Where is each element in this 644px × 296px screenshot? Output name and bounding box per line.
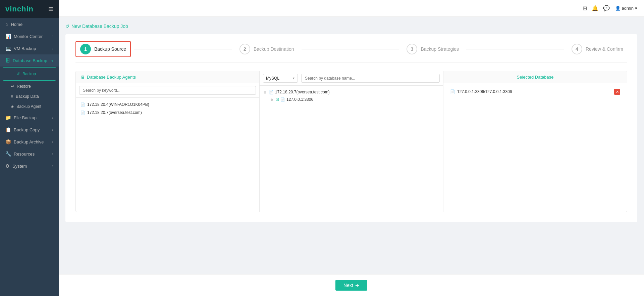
chevron-right-icon: › [52, 164, 53, 168]
system-icon: ⚙ [5, 163, 10, 169]
step-label-2: Backup Destination [254, 46, 294, 52]
sidebar-sub-item-backup[interactable]: ↺ Backup [6, 69, 53, 79]
sidebar: vinchin ☰ ⌂ Home 📊 Monitor Center › 💻 VM… [0, 0, 59, 296]
step-divider-1 [134, 49, 232, 49]
agent-label: 172.18.20.7(oversea.test.com) [87, 110, 142, 115]
db-type-wrapper: MySQL PostgreSQL Oracle MSSQL [263, 74, 298, 83]
sidebar-item-database-backup[interactable]: 🗄 Database Backup ∨ [0, 54, 59, 67]
user-icon: 👤 [615, 6, 621, 11]
topbar-user[interactable]: 👤 admin ▾ [615, 6, 637, 11]
sidebar-item-system[interactable]: ⚙ System › [0, 160, 59, 172]
sidebar-item-backup-archive[interactable]: 📦 Backup Archive › [0, 136, 59, 148]
wizard-step-1[interactable]: 1 Backup Source [75, 41, 131, 57]
home-icon: ⌂ [5, 22, 8, 27]
backup-agent-icon: ◈ [11, 104, 14, 109]
list-item[interactable]: 📄 172.18.20.4(WIN-AOR1O1K04PB) [79, 100, 256, 109]
breadcrumb-icon: ↺ [65, 24, 69, 29]
backup-data-icon: ≡ [11, 94, 13, 99]
sidebar-sub-label: Restore [17, 84, 31, 89]
sidebar-item-file-backup[interactable]: 📁 File Backup › [0, 112, 59, 124]
wizard-step-4[interactable]: 4 Review & Confirm [568, 42, 627, 56]
sidebar-item-label: System [12, 164, 27, 169]
database-column: MySQL PostgreSQL Oracle MSSQL ⊟ 📄 [260, 71, 443, 212]
main-content: ⊞ 🔔 💬 👤 admin ▾ ↺ New Database Backup Jo… [59, 0, 644, 296]
next-button[interactable]: Next ➜ [335, 280, 367, 291]
selected-db-label: 127.0.0.1:3306/127.0.0.1:3306 [457, 89, 512, 94]
selected-db-list: 📄 127.0.0.1:3306/127.0.0.1:3306 ✕ [443, 83, 627, 212]
vm-icon: 💻 [5, 46, 11, 51]
sidebar-item-label: File Backup [14, 115, 37, 120]
sidebar-sub-item-backup-data[interactable]: ≡ Backup Data [0, 91, 59, 101]
chat-icon[interactable]: 💬 [603, 5, 610, 11]
db-type-select[interactable]: MySQL PostgreSQL Oracle MSSQL [263, 74, 298, 83]
restore-icon: ↩ [11, 84, 14, 89]
sidebar-sub-label: Backup Agent [16, 104, 41, 109]
db-file-icon: 📄 [450, 89, 455, 94]
chevron-right-icon: › [52, 152, 53, 156]
next-label: Next [343, 283, 353, 288]
grid-icon[interactable]: ⊞ [583, 5, 587, 11]
logo-bar: vinchin ☰ [0, 0, 59, 18]
database-icon: 🗄 [5, 58, 10, 63]
chevron-right-icon: › [52, 47, 53, 50]
agents-search-input[interactable] [79, 86, 256, 95]
backup-icon: ↺ [16, 72, 20, 76]
backup-sub-active-box: ↺ Backup [3, 67, 56, 81]
sidebar-item-resources[interactable]: 🔧 Resources › [0, 148, 59, 160]
agents-list: 📄 172.18.20.4(WIN-AOR1O1K04PB) 📄 172.18.… [76, 98, 259, 212]
chevron-right-icon: › [52, 35, 53, 38]
selected-db-item: 📄 127.0.0.1:3306/127.0.0.1:3306 ✕ [447, 86, 624, 97]
wizard-steps: 1 Backup Source 2 Backup Destination [75, 41, 627, 63]
tree-item[interactable]: ⊕ ☑ 📄 127.0.0.1:3306 [270, 96, 440, 103]
agents-column-header: 🖥 Database Backup Agents [76, 71, 259, 83]
sidebar-item-monitor-center[interactable]: 📊 Monitor Center › [0, 30, 59, 42]
backup-archive-icon: 📦 [5, 139, 11, 144]
wizard-step-2[interactable]: 2 Backup Destination [235, 42, 298, 56]
topbar-icons: ⊞ 🔔 💬 [583, 5, 610, 11]
selected-db-title: Selected Database [517, 75, 554, 80]
db-tree: ⊟ 📄 172.18.20.7(oversea.test.com) ⊕ ☑ 📄 … [260, 86, 443, 212]
step-divider-2 [302, 49, 399, 49]
sidebar-sub-item-restore[interactable]: ↩ Restore [0, 81, 59, 91]
agent-file-icon: 📄 [80, 102, 85, 107]
sidebar-item-label: Monitor Center [14, 34, 43, 39]
hamburger-icon[interactable]: ☰ [48, 6, 53, 12]
bell-icon[interactable]: 🔔 [592, 5, 598, 11]
agents-search-bar [76, 83, 259, 98]
agents-header-icon: 🖥 [80, 75, 85, 80]
tree-child: ⊕ ☑ 📄 127.0.0.1:3306 [263, 96, 440, 103]
list-item[interactable]: 📄 172.18.20.7(oversea.test.com) [79, 109, 256, 117]
wizard-step-3[interactable]: 3 Backup Strategies [402, 42, 463, 56]
agent-label: 172.18.20.4(WIN-AOR1O1K04PB) [87, 102, 149, 107]
selected-column: Selected Database 📄 127.0.0.1:3306/127.0… [443, 71, 627, 212]
sidebar-item-label: Home [11, 22, 22, 27]
sidebar-sub-label: Backup [22, 72, 36, 76]
footer: Next ➜ [59, 274, 644, 296]
db-selector-header: MySQL PostgreSQL Oracle MSSQL [260, 71, 443, 86]
topbar: ⊞ 🔔 💬 👤 admin ▾ [59, 0, 644, 17]
file-backup-icon: 📁 [5, 115, 11, 120]
sidebar-item-label: Resources [14, 152, 35, 157]
chevron-down-icon: ▾ [635, 6, 637, 11]
tree-item[interactable]: ⊟ 📄 172.18.20.7(oversea.test.com) [263, 88, 440, 96]
breadcrumb: ↺ New Database Backup Job [65, 24, 637, 29]
step-label-1: Backup Source [94, 46, 126, 52]
step-circle-2: 2 [239, 44, 250, 54]
selected-db-header: Selected Database [443, 71, 627, 83]
db-search-input[interactable] [301, 74, 440, 83]
chevron-right-icon: › [52, 116, 53, 120]
step-circle-4: 4 [572, 44, 582, 54]
chevron-right-icon: › [52, 128, 53, 132]
wizard-card: 1 Backup Source 2 Backup Destination [65, 34, 637, 222]
sidebar-item-label: Backup Copy [14, 127, 40, 132]
remove-db-button[interactable]: ✕ [614, 89, 620, 95]
sidebar-item-vm-backup[interactable]: 💻 VM Backup › [0, 42, 59, 54]
chevron-right-icon: › [52, 140, 53, 144]
sidebar-item-home[interactable]: ⌂ Home [0, 18, 59, 30]
step-label-4: Review & Confirm [586, 46, 623, 52]
server-icon: 📄 [269, 90, 274, 94]
sidebar-item-backup-copy[interactable]: 📋 Backup Copy › [0, 124, 59, 136]
tree-node-label: 172.18.20.7(oversea.test.com) [275, 90, 330, 94]
database-node-icon: 📄 [280, 97, 285, 102]
sidebar-sub-item-backup-agent[interactable]: ◈ Backup Agent [0, 101, 59, 112]
